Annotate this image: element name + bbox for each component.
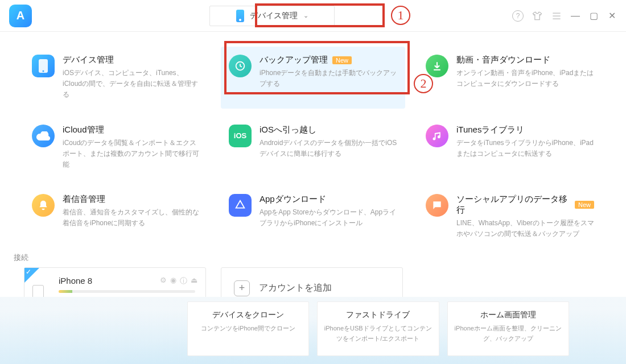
footer-card-title: ホーム画面管理 [454,310,563,320]
minimize-button[interactable]: — [570,11,580,21]
card-backup-management[interactable]: バックアップ管理 New iPhoneデータを自動または手動でバックアップする [221,47,405,109]
card-title: ソーシャルアプリのデータ移行 [456,194,570,216]
annotation-2: 2 [414,74,433,93]
card-desc: iPhoneデータを自動または手動でバックアップする [260,68,397,89]
phone-icon [32,55,55,77]
check-icon [24,268,39,283]
card-desc: Androidデバイスのデータを個別か一括でiOSデバイスに簡単に移行する [260,138,397,159]
disc-icon[interactable]: ◉ [170,276,176,286]
card-desc: iCoudのデータを閲覧＆インポート＆エクスポート、または複数のアカウント間で移… [63,138,200,171]
annotation-1: 1 [391,6,410,25]
music-icon [426,125,448,147]
card-title: 動画・音声ダウンロード [456,55,550,65]
card-social-app-migration[interactable]: ソーシャルアプリのデータ移行 New LINE、WhatsApp、Viberのト… [418,186,602,247]
footer-card-homescreen[interactable]: ホーム画面管理 iPhoneホーム画面を整理、クリーニング、バックアップ [447,301,570,356]
chevron-down-icon: ⌄ [303,12,308,19]
new-badge: New [575,201,594,209]
eject-icon[interactable]: ⏏ [191,276,197,286]
card-title: 着信音管理 [63,194,105,205]
card-desc: オンライン動画・音声をiPhone、iPadまたはコンピュータにダウンロードする [456,68,594,89]
main-content: デバイス管理 iOSデバイス、コンピュータ、iTunes、iCloudの間で、デ… [0,32,626,248]
card-media-download[interactable]: 動画・音声ダウンロード オンライン動画・音声をiPhone、iPadまたはコンピ… [418,47,602,109]
info-icon[interactable]: ⓘ [180,276,187,286]
card-title: デバイス管理 [63,55,114,65]
device-manage-dropdown[interactable]: デバイス管理 ⌄ [209,6,335,26]
storage-bar [59,290,195,293]
plus-icon: + [234,280,250,296]
footer-card-title: デバイスをクローン [193,310,303,320]
help-button[interactable]: ? [512,10,524,22]
card-desc: AppをApp Storeからダウンロード、AppライブラリからiPhoneにイ… [260,207,397,229]
close-button[interactable]: ✕ [607,10,617,21]
app-logo: A [9,5,32,27]
chat-icon [426,194,448,217]
card-title: iTunesライブラリ [456,125,524,135]
footer-card-clone[interactable]: デバイスをクローン コンテンツをiPhone間でクローン [187,301,310,356]
bell-icon [32,194,55,217]
card-title: Appダウンロード [260,194,326,205]
ios-icon: iOS [229,125,252,147]
connect-label: 接続 [14,253,626,263]
card-title: iOSへ引っ越し [260,125,316,135]
card-itunes-library[interactable]: iTunesライブラリ データをiTunesライブラリからiPhone、iPad… [418,117,602,179]
svg-point-1 [43,71,44,72]
card-title: iCloud管理 [63,125,104,135]
card-app-download[interactable]: Appダウンロード AppをApp Storeからダウンロード、Appライブラリ… [221,186,405,247]
footer-card-desc: iPhoneをUSBドライブとしてコンテンツをインポート/エクスポート [323,324,433,344]
footer-card-title: ファストドライブ [323,310,433,320]
center-tab-label: デバイス管理 [250,11,298,21]
card-ringtone-management[interactable]: 着信音管理 着信音、通知音をカスタマイズし、個性的な着信音をiPhoneに同期す… [24,186,208,247]
card-desc: 着信音、通知音をカスタマイズし、個性的な着信音をiPhoneに同期する [63,207,200,229]
gear-icon[interactable]: ⚙ [160,276,167,286]
card-title: バックアップ管理 [260,55,328,65]
footer-card-fastdrive[interactable]: ファストドライブ iPhoneをUSBドライブとしてコンテンツをインポート/エク… [317,301,439,356]
card-icloud-management[interactable]: iCloud管理 iCoudのデータを閲覧＆インポート＆エクスポート、または複数… [24,117,208,179]
titlebar: A デバイス管理 ⌄ ? — ▢ ✕ [0,0,626,32]
footer: デバイスをクローン コンテンツをiPhone間でクローン ファストドライブ iP… [0,297,626,364]
card-ios-migration[interactable]: iOS iOSへ引っ越し Androidデバイスのデータを個別か一括でiOSデバ… [221,117,405,179]
download-icon [426,55,448,77]
phone-icon [236,10,244,22]
footer-card-desc: iPhoneホーム画面を整理、クリーニング、バックアップ [454,324,563,344]
skin-button[interactable] [532,10,543,22]
footer-card-desc: コンテンツをiPhone間でクローン [193,324,303,334]
card-desc: LINE、WhatsApp、Viberのトーク履歴をスマホやパソコンの間で転送＆… [456,218,594,239]
menu-button[interactable] [551,10,562,22]
card-desc: iOSデバイス、コンピュータ、iTunes、iCloudの間で、データを自由に転… [63,68,200,101]
add-account-label: アカウントを追加 [259,282,332,294]
backup-icon [229,55,252,77]
card-desc: データをiTunesライブラリからiPhone、iPadまたはコンピュータに転送… [456,138,594,159]
card-device-management[interactable]: デバイス管理 iOSデバイス、コンピュータ、iTunes、iCloudの間で、デ… [24,47,208,109]
new-badge: New [332,56,352,64]
appstore-icon [229,194,252,217]
maximize-button[interactable]: ▢ [588,10,599,21]
cloud-icon [32,125,55,147]
